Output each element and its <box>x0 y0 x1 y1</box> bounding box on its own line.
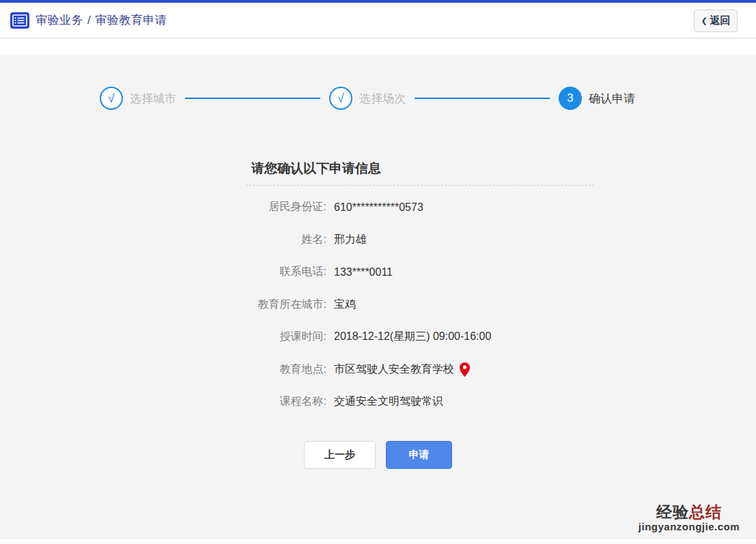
watermark-logo: 经验总结 jingyanzongjie.com <box>639 504 740 532</box>
step-number-badge: 3 <box>559 87 582 110</box>
breadcrumb-section[interactable]: 审验业务 <box>36 14 83 27</box>
step-check-icon: √ <box>329 87 352 110</box>
step-check-icon: √ <box>100 87 123 110</box>
field-row-education-city: 教育所在城市: 宝鸡 <box>246 289 594 321</box>
form-rows: 居民身份证: 610***********0573 姓名: 邢力雄 联系电话: … <box>246 191 594 418</box>
confirmation-form: 请您确认以下申请信息 居民身份证: 610***********0573 姓名:… <box>246 159 594 418</box>
step-choose-session: √ 选择场次 <box>329 87 406 110</box>
field-label: 教育所在城市: <box>246 298 326 312</box>
list-menu-icon <box>10 12 29 29</box>
field-value: 610***********0573 <box>334 201 423 214</box>
field-row-education-place: 教育地点: 市区驾驶人安全教育学校 <box>246 354 594 386</box>
apply-button[interactable]: 申请 <box>386 441 452 469</box>
step-connector <box>415 98 550 99</box>
breadcrumb: 审验业务/审验教育申请 <box>36 12 167 28</box>
field-value: 邢力雄 <box>334 233 367 247</box>
field-label: 联系电话: <box>246 265 326 279</box>
watermark-domain: jingyanzongjie.com <box>639 521 740 533</box>
field-value: 2018-12-12(星期三) 09:00-16:00 <box>334 330 491 344</box>
watermark-title-primary: 经验 <box>656 503 689 521</box>
field-row-course-name: 课程名称: 交通安全文明驾驶常识 <box>246 386 594 418</box>
field-label: 课程名称: <box>246 395 326 409</box>
step-choose-city: √ 选择城市 <box>100 87 176 110</box>
step-label-choose-session: 选择场次 <box>359 91 406 106</box>
previous-step-button[interactable]: 上一步 <box>304 441 376 469</box>
watermark-title-accent: 总结 <box>689 503 722 521</box>
field-row-name: 姓名: 邢力雄 <box>246 224 594 257</box>
field-value: 交通安全文明驾驶常识 <box>334 395 443 409</box>
field-value: 133****0011 <box>334 266 393 278</box>
step-wizard: √ 选择城市 √ 选择场次 3 确认申请 <box>0 55 756 110</box>
breadcrumb-current-page: 审验教育申请 <box>95 14 167 27</box>
step-label-choose-city: 选择城市 <box>130 91 176 106</box>
back-button[interactable]: ❮ 返回 <box>694 10 738 32</box>
location-pin-icon[interactable] <box>460 362 470 377</box>
watermark-title: 经验总结 <box>639 504 740 521</box>
step-confirm-application: 3 确认申请 <box>559 87 635 110</box>
form-title: 请您确认以下申请信息 <box>246 159 594 186</box>
step-label-confirm-application: 确认申请 <box>589 91 635 106</box>
field-value: 宝鸡 <box>334 298 356 312</box>
page: 审验业务/审验教育申请 ❮ 返回 √ 选择城市 √ 选择场次 3 确认申请 请 <box>0 0 756 544</box>
field-label: 姓名: <box>246 233 326 247</box>
form-actions: 上一步 申请 <box>0 441 756 469</box>
field-label: 教育地点: <box>246 362 326 377</box>
field-row-phone: 联系电话: 133****0011 <box>246 256 594 289</box>
field-label: 居民身份证: <box>246 200 326 214</box>
main-content: √ 选择城市 √ 选择场次 3 确认申请 请您确认以下申请信息 居民身份证: 6… <box>0 55 756 539</box>
field-label: 授课时间: <box>246 330 326 344</box>
field-row-class-time: 授课时间: 2018-12-12(星期三) 09:00-16:00 <box>246 321 594 354</box>
step-connector <box>185 98 320 99</box>
field-row-id-card: 居民身份证: 610***********0573 <box>246 191 594 224</box>
field-value: 市区驾驶人安全教育学校 <box>334 362 454 377</box>
back-button-label: 返回 <box>710 14 731 27</box>
chevron-left-icon: ❮ <box>701 16 707 25</box>
header-bar: 审验业务/审验教育申请 ❮ 返回 <box>0 3 756 39</box>
breadcrumb-separator: / <box>87 14 91 27</box>
